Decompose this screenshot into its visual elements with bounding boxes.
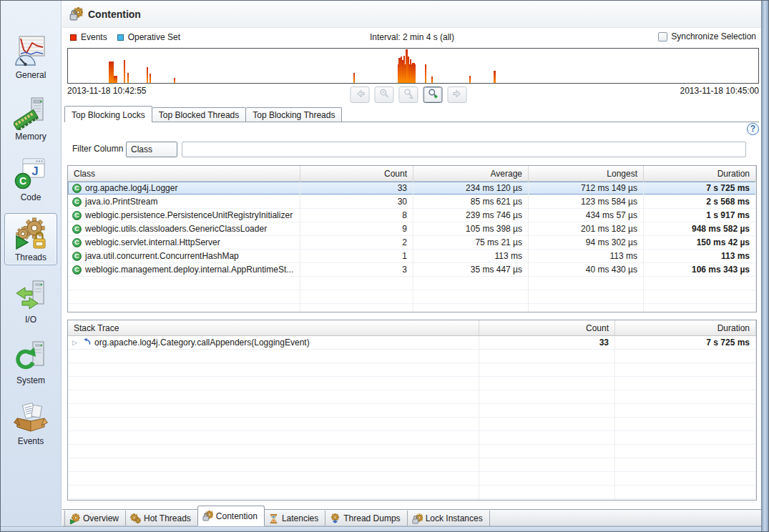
timeline-bar	[174, 78, 175, 83]
bottom-tab-bar: OverviewHot ThreadsContentionLatenciesTh…	[64, 505, 490, 526]
timeline-toolbar	[351, 87, 467, 103]
zoom-range-button[interactable]	[399, 87, 418, 103]
column-header-average[interactable]: Average	[413, 166, 529, 181]
average-cell: 234 ms 120 µs	[413, 182, 529, 194]
step-back-button[interactable]	[351, 87, 370, 103]
subtab-bar: Top Blocking LocksTop Blocked ThreadsTop…	[64, 106, 759, 122]
sidebar-item-label: Memory	[15, 132, 46, 142]
threads-icon	[14, 217, 48, 251]
synchronize-selection-checkbox[interactable]	[658, 32, 667, 41]
empty-row	[68, 363, 756, 377]
zoom-in-button[interactable]	[423, 87, 443, 103]
bottom-tab-label: Hot Threads	[144, 513, 191, 523]
timeline-bar	[494, 71, 496, 83]
zoom-out-button[interactable]	[375, 87, 394, 103]
empty-row	[68, 277, 756, 290]
help-icon[interactable]: ?	[747, 123, 759, 135]
filter-column-value: Class	[131, 144, 152, 154]
filter-column-dropdown[interactable]: Class	[126, 142, 177, 157]
longest-cell: 94 ms 302 µs	[529, 236, 644, 249]
empty-row	[68, 499, 756, 501]
tab-top-blocking-threads[interactable]: Top Blocking Threads	[246, 107, 342, 122]
synchronize-selection-control[interactable]: Synchronize Selection	[658, 31, 756, 41]
column-header-stack-trace[interactable]: Stack Trace	[68, 320, 479, 335]
bottom-tab-latencies[interactable]: Latencies	[264, 511, 325, 526]
step-forward-button[interactable]	[448, 87, 467, 103]
timeline-bar	[410, 59, 411, 83]
sidebar-item-general[interactable]: General	[4, 31, 57, 83]
svg-text:J: J	[31, 164, 38, 178]
sidebar-item-memory[interactable]: Memory	[4, 92, 57, 144]
bottom-tab-contention[interactable]: Contention	[197, 506, 265, 526]
average-cell: 35 ms 447 µs	[413, 263, 529, 276]
locks-table-row[interactable]: Cweblogic.utils.classloaders.GenericClas…	[68, 222, 756, 236]
empty-row	[68, 350, 756, 363]
duration-cell: 1 s 917 ms	[644, 209, 756, 222]
count-cell: 9	[300, 222, 413, 235]
column-header-duration[interactable]: Duration	[644, 166, 756, 181]
tab-top-blocking-locks[interactable]: Top Blocking Locks	[64, 106, 152, 122]
class-icon: C	[72, 252, 82, 261]
page-header: Contention	[62, 1, 762, 28]
step-forward-icon	[451, 88, 463, 102]
stack-trace-row[interactable]: ▷org.apache.log4j.Category.callAppenders…	[68, 336, 756, 350]
duration-cell: 150 ms 42 µs	[644, 236, 756, 249]
sidebar-item-io[interactable]: I/O	[4, 275, 57, 327]
sidebar-item-threads[interactable]: Threads	[4, 213, 57, 265]
locks-table-row[interactable]: Cweblogic.servlet.internal.HttpServer275…	[68, 236, 756, 250]
column-header-class[interactable]: Class	[68, 166, 300, 181]
bottom-tab-label: Lock Instances	[426, 513, 483, 523]
main-panel: Contention Events Operative Set Interval…	[62, 1, 762, 526]
longest-cell: 40 ms 430 µs	[529, 263, 644, 276]
stack-frame-icon	[83, 338, 91, 348]
bottom-tab-overview[interactable]: Overview	[64, 511, 126, 526]
locks-table-row[interactable]: Cweblogic.management.deploy.internal.App…	[68, 263, 756, 277]
timeline-chart[interactable]	[67, 48, 759, 84]
class-icon: C	[72, 211, 82, 220]
empty-row	[68, 472, 756, 486]
events-icon	[14, 400, 48, 435]
count-cell: 30	[300, 195, 413, 208]
sidebar-item-label: Threads	[15, 252, 46, 262]
count-cell: 33	[479, 336, 615, 349]
column-header-duration[interactable]: Duration	[615, 320, 756, 335]
stack-frame-name: org.apache.log4j.Category.callAppenders(…	[94, 338, 310, 348]
timeline-bar	[127, 73, 129, 83]
column-header-longest[interactable]: Longest	[529, 166, 644, 181]
filter-column-label: Filter Column	[72, 144, 123, 154]
locks-table-row[interactable]: Cjava.io.PrintStream3085 ms 621 µs123 ms…	[68, 195, 756, 209]
duration-cell: 106 ms 343 µs	[644, 263, 756, 276]
column-header-count[interactable]: Count	[479, 320, 615, 335]
zoom-in-icon	[427, 88, 439, 102]
locks-table-header: ClassCountAverageLongestDuration	[68, 166, 756, 182]
duration-cell: 948 ms 582 µs	[644, 222, 756, 235]
tab-top-blocked-threads[interactable]: Top Blocked Threads	[152, 107, 247, 122]
empty-row	[68, 390, 756, 404]
expander-icon[interactable]: ▷	[72, 338, 79, 348]
bottom-tab-thread-dumps[interactable]: Thread Dumps	[325, 511, 407, 526]
general-icon	[14, 34, 48, 69]
bottom-tab-label: Contention	[216, 511, 258, 521]
synchronize-selection-label: Synchronize Selection	[671, 31, 756, 41]
sidebar-item-system[interactable]: System	[4, 336, 57, 388]
locks-table-row[interactable]: Corg.apache.log4j.Logger33234 ms 120 µs7…	[68, 182, 756, 195]
average-cell: 85 ms 621 µs	[413, 195, 529, 208]
filter-input[interactable]	[182, 142, 746, 157]
timeline-bar	[408, 56, 409, 83]
column-header-count[interactable]: Count	[300, 166, 413, 181]
sidebar-item-code[interactable]: JCCode	[4, 153, 57, 205]
bottom-tab-hot-threads[interactable]: Hot Threads	[126, 511, 198, 526]
locks-table-row[interactable]: Cjava.util.concurrent.ConcurrentHashMap1…	[68, 250, 756, 263]
sidebar-item-events[interactable]: Events	[4, 397, 57, 449]
empty-row	[68, 377, 756, 390]
timeline-bar	[431, 77, 433, 83]
count-cell: 33	[300, 182, 413, 194]
timeline-bar	[124, 60, 125, 83]
lock-instances-icon	[412, 513, 423, 524]
bottom-tab-lock-instances[interactable]: Lock Instances	[408, 511, 490, 526]
io-icon	[14, 279, 48, 313]
hot-threads-icon	[130, 513, 141, 524]
count-cell: 1	[300, 250, 413, 262]
locks-table-row[interactable]: Cweblogic.persistence.PersistenceUnitReg…	[68, 209, 756, 222]
sidebar-item-label: Events	[18, 436, 44, 446]
